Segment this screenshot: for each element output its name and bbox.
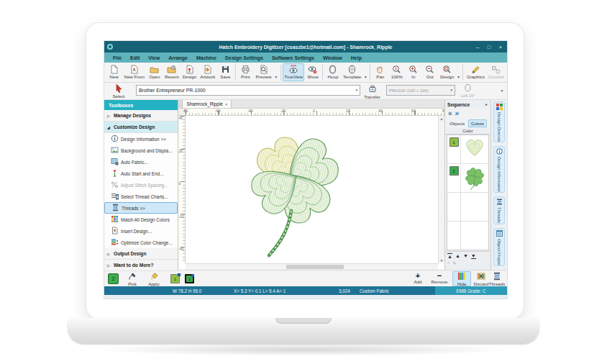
palette-swatch-1[interactable]: 1 xyxy=(170,274,180,283)
thread-spool-icon xyxy=(496,199,503,206)
palette-swatch-2[interactable]: 2 xyxy=(185,274,194,283)
threads-button[interactable]: Threads xyxy=(488,272,506,286)
expander-icon: ▷ xyxy=(107,252,111,256)
sequence-tool-icon-2[interactable]: ✎ xyxy=(452,260,456,265)
hoop-group-dropdown[interactable]: ▾ xyxy=(363,75,369,79)
horizontal-scrollbar-thumb[interactable] xyxy=(286,265,344,269)
menu-window[interactable]: Window xyxy=(319,55,347,60)
apply-color-button[interactable]: Apply xyxy=(145,272,163,286)
template-button[interactable]: Template xyxy=(341,63,362,81)
menu-view[interactable]: View xyxy=(144,55,164,60)
recent-button[interactable]: Recent xyxy=(163,63,181,81)
close-button[interactable]: × xyxy=(497,44,504,50)
color-swatch-2[interactable]: 2 xyxy=(449,166,459,176)
status-stitch-count: 3,024 xyxy=(339,288,350,294)
select-tool-button[interactable]: Select xyxy=(106,83,131,99)
next-color-button[interactable]: » xyxy=(455,110,460,117)
print-group-dropdown[interactable]: ▾ xyxy=(273,75,279,79)
trueview-button[interactable]: TrueView xyxy=(283,63,305,81)
artwork-button[interactable]: Artwork xyxy=(198,63,217,81)
shamrock-design[interactable] xyxy=(223,116,363,263)
preview-button[interactable]: Preview xyxy=(254,63,273,81)
menu-help[interactable]: Help xyxy=(347,55,366,60)
menu-machine[interactable]: Machine xyxy=(192,55,221,60)
document-tab-shamrock-ripple[interactable]: Shamrock_Ripple × xyxy=(183,100,232,108)
add-color-button[interactable]: + Add xyxy=(409,272,426,284)
tab-design-information[interactable]: Design Information xyxy=(493,146,505,193)
machine-toolbar-overflow[interactable]: ▾ xyxy=(499,88,505,93)
pick-color-button[interactable]: Pick xyxy=(123,272,142,286)
toolbox-item-optimize-color-change[interactable]: Optimize Color Change... xyxy=(104,237,178,248)
shamrock-design-thumbnail[interactable] xyxy=(461,164,488,192)
color-grid-icon xyxy=(111,215,119,224)
menu-software-settings[interactable]: Software Settings xyxy=(268,55,319,60)
color-row-2[interactable]: 2 xyxy=(447,164,488,193)
tab-objects[interactable]: Objects xyxy=(447,119,467,127)
close-tab-icon[interactable]: × xyxy=(225,102,227,106)
menu-design-settings[interactable]: Design Settings xyxy=(221,55,268,60)
zoom-in-button[interactable]: In xyxy=(405,63,421,81)
move-to-top-button[interactable]: ▲ xyxy=(447,253,452,259)
tab-object-properties[interactable]: Object Properties xyxy=(493,228,505,267)
open-button[interactable]: Open xyxy=(146,63,163,81)
graphics-button[interactable]: Graphics xyxy=(465,63,486,81)
zoom-out-button[interactable]: Out xyxy=(421,63,438,81)
design-button[interactable]: Design xyxy=(181,63,198,81)
previous-color-button[interactable]: « xyxy=(448,110,452,117)
current-color-swatch[interactable]: 2 xyxy=(108,273,119,284)
horizontal-scrollbar[interactable] xyxy=(186,263,438,270)
machine-select-combobox[interactable]: Brother Entrepreneur PR-1000 ▾ xyxy=(136,85,360,96)
move-to-bottom-button[interactable]: ▼ xyxy=(471,253,476,259)
toolbox-item-threads[interactable]: Threads >> xyxy=(104,202,178,214)
tab-colors[interactable]: Colors xyxy=(468,119,487,127)
print-button[interactable]: Print xyxy=(237,63,254,81)
hoop-button[interactable]: Hoop xyxy=(324,63,341,81)
save-button[interactable]: Save xyxy=(217,63,234,81)
section-manage-designs[interactable]: ▷ Manage Designs xyxy=(104,110,178,122)
toolbox-item-background-display[interactable]: Background and Displa... xyxy=(104,145,178,156)
zoom-group-dropdown[interactable]: ▾ xyxy=(456,75,462,79)
menu-arrange[interactable]: Arrange xyxy=(164,55,192,60)
transfer-button[interactable]: Transfer xyxy=(364,84,380,99)
color-swatch-1[interactable]: 1 xyxy=(449,137,459,147)
menu-edit[interactable]: Edit xyxy=(126,55,144,60)
show-button[interactable]: Show xyxy=(304,63,321,81)
zoom-100-button[interactable]: 100% xyxy=(388,63,405,81)
sequence-tool-icon-1[interactable]: ⌕ xyxy=(447,260,449,265)
hide-colors-button[interactable]: Hide xyxy=(452,271,471,286)
maximize-button[interactable]: □ xyxy=(485,44,493,50)
toolbox-item-adjust-stitch-spacing[interactable]: Adjust Stitch Spacing... xyxy=(104,179,178,191)
hoop-rotation-button[interactable]: Left 15° xyxy=(461,83,475,99)
convert-button[interactable]: Convert xyxy=(486,63,506,81)
design-canvas[interactable] xyxy=(186,116,438,263)
remove-color-button[interactable]: − Remove xyxy=(429,272,449,284)
tab-threads[interactable]: Threads xyxy=(493,196,505,224)
new-from-button[interactable]: New From xyxy=(122,63,146,81)
color-row-1[interactable]: 1 xyxy=(447,135,488,164)
section-want-to-do-more[interactable]: ▷ Want to do More? xyxy=(104,260,178,271)
section-customize-design[interactable]: ◢ Customize Design xyxy=(104,122,178,133)
toolbox-item-insert-design[interactable]: Insert Design... xyxy=(104,225,178,237)
move-up-button[interactable]: ▲ xyxy=(455,253,460,259)
zoom-design-button[interactable]: Design xyxy=(438,63,456,81)
color-bars-icon xyxy=(457,272,466,281)
panel-pin-icon[interactable]: ► xyxy=(485,102,488,106)
toolbox-item-select-thread-charts[interactable]: Select Thread Charts... xyxy=(104,191,178,202)
tab-design-overview[interactable]: Design Overview xyxy=(493,101,505,142)
scroll-down-icon[interactable]: ▼ xyxy=(439,258,444,263)
toolbox-item-match-all-design-colors[interactable]: Match All Design Colors xyxy=(104,214,178,225)
thread-spool-icon xyxy=(493,272,501,281)
heart-design-thumbnail[interactable] xyxy=(461,135,488,163)
toolbox-item-design-information[interactable]: Design Information >> xyxy=(104,133,178,145)
pan-button[interactable]: Pan xyxy=(372,63,388,81)
scroll-up-icon[interactable]: ▲ xyxy=(439,117,444,121)
section-output-design[interactable]: ▷ Output Design xyxy=(104,248,178,260)
minimize-button[interactable]: – xyxy=(474,44,481,50)
hoop-select-combobox[interactable]: PRH100 (100 x 100) ▾ xyxy=(386,85,455,96)
toolbox-item-auto-fabric[interactable]: Auto Fabric... xyxy=(104,156,178,168)
menu-file[interactable]: File xyxy=(109,55,126,60)
new-button[interactable]: New xyxy=(106,63,122,81)
vertical-scrollbar[interactable]: ▲ ▼ xyxy=(438,116,444,263)
toolbox-item-auto-start-end[interactable]: Auto Start and End... xyxy=(104,168,178,179)
move-down-button[interactable]: ▼ xyxy=(463,253,468,259)
